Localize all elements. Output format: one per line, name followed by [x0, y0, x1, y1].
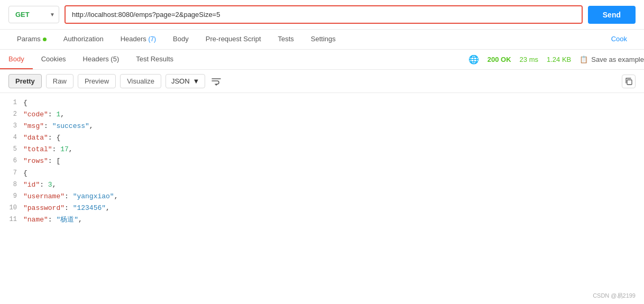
resp-tab-headers[interactable]: Headers (5): [75, 50, 128, 69]
line-number: 4: [4, 132, 23, 143]
json-key: "username": [23, 192, 65, 200]
format-toolbar: Pretty Raw Preview Visualize JSON ▼: [0, 70, 644, 93]
json-line: 1{: [0, 97, 644, 109]
line-number: 3: [4, 121, 23, 131]
view-raw-button[interactable]: Raw: [46, 74, 73, 88]
json-str: "123456": [73, 204, 106, 212]
json-line: 4 "data": {: [0, 132, 644, 144]
method-select[interactable]: GET POST PUT DELETE: [8, 6, 59, 23]
line-content: "username": "yangxiao",: [23, 191, 640, 202]
view-preview-button[interactable]: Preview: [78, 74, 116, 88]
request-tabs: Params Authorization Headers (7) Body Pr…: [0, 30, 644, 50]
format-chevron-icon: ▼: [193, 77, 200, 85]
line-content: "total": 17,: [23, 144, 640, 155]
status-bar: 🌐 200 OK 23 ms 1.24 KB 📋 Save as example: [468, 54, 644, 65]
line-content: "data": {: [23, 132, 640, 144]
json-line: 6 "rows": [: [0, 155, 644, 167]
copy-icon[interactable]: [622, 75, 636, 88]
tab-tests[interactable]: Tests: [270, 30, 302, 49]
format-select[interactable]: JSON ▼: [165, 74, 206, 88]
status-size: 1.24 KB: [547, 56, 571, 63]
json-line: 7 {: [0, 168, 644, 179]
line-content: {: [23, 168, 640, 179]
send-button[interactable]: Send: [588, 6, 636, 24]
json-str: "yangxiao": [73, 192, 114, 200]
line-content: "id": 3,: [23, 179, 640, 191]
json-brace: {: [23, 169, 27, 177]
view-pretty-button[interactable]: Pretty: [8, 74, 42, 88]
json-num: 1: [56, 110, 60, 118]
tab-prerequest[interactable]: Pre-request Script: [197, 30, 270, 49]
json-content: 1{2 "code": 1,3 "msg": "success",4 "data…: [0, 93, 644, 230]
line-number: 1: [4, 97, 23, 108]
globe-icon: 🌐: [468, 54, 479, 65]
json-line: 3 "msg": "success",: [0, 121, 644, 132]
line-number: 6: [4, 155, 23, 166]
save-example-button[interactable]: 📋 Save as example: [579, 56, 644, 63]
tab-params[interactable]: Params: [8, 30, 55, 49]
json-line: 9 "username": "yangxiao",: [0, 191, 644, 202]
resp-tab-testresults[interactable]: Test Results: [127, 50, 182, 69]
json-brace: {: [23, 99, 27, 107]
tab-body[interactable]: Body: [164, 30, 197, 49]
line-content: "code": 1,: [23, 109, 640, 121]
json-str: "success": [52, 122, 89, 130]
method-select-wrapper: GET POST PUT DELETE ▼: [8, 6, 59, 23]
json-key: "data": [23, 134, 48, 142]
line-number: 2: [4, 109, 23, 119]
save-icon: 📋: [579, 56, 588, 63]
tab-headers[interactable]: Headers (7): [112, 30, 164, 49]
line-content: "rows": [: [23, 155, 640, 167]
format-label: JSON: [171, 77, 190, 85]
json-line: 2 "code": 1,: [0, 109, 644, 121]
url-input-wrapper: [65, 5, 583, 24]
tab-cookies-req[interactable]: Cook: [603, 30, 636, 49]
wrap-icon[interactable]: [209, 75, 223, 88]
line-number: 5: [4, 144, 23, 154]
line-number: 10: [4, 202, 23, 213]
json-line: 11 "name": "杨道",: [0, 214, 644, 226]
line-number: 11: [4, 214, 23, 225]
view-visualize-button[interactable]: Visualize: [120, 74, 161, 88]
response-tabs-row: Body Cookies Headers (5) Test Results 🌐 …: [0, 50, 644, 70]
line-number: 8: [4, 179, 23, 190]
line-number: 7: [4, 168, 23, 178]
status-time: 23 ms: [520, 56, 538, 63]
tab-authorization[interactable]: Authorization: [55, 30, 112, 49]
params-badge: [43, 38, 47, 41]
svg-rect-0: [627, 80, 632, 85]
headers-count: (7): [148, 35, 156, 43]
json-key: "total": [23, 145, 52, 153]
json-key: "code": [23, 110, 48, 118]
json-line: 8 "id": 3,: [0, 179, 644, 191]
resp-tab-cookies[interactable]: Cookies: [33, 50, 75, 69]
save-example-label: Save as example: [591, 56, 644, 63]
url-bar-section: GET POST PUT DELETE ▼ Send: [0, 0, 644, 30]
url-input[interactable]: [66, 6, 582, 23]
json-key: "name": [23, 216, 48, 224]
line-content: "name": "杨道",: [23, 214, 640, 226]
json-line: 10 "password": "123456",: [0, 202, 644, 214]
status-ok: 200 OK: [487, 56, 511, 63]
json-num: 3: [48, 181, 52, 189]
json-str: "杨道": [56, 216, 78, 224]
json-num: 17: [60, 145, 69, 153]
json-key: "msg": [23, 122, 44, 130]
line-content: {: [23, 97, 640, 109]
json-line: 5 "total": 17,: [0, 144, 644, 155]
resp-tab-body[interactable]: Body: [0, 50, 33, 69]
tab-settings[interactable]: Settings: [302, 30, 344, 49]
line-number: 9: [4, 191, 23, 201]
line-content: "msg": "success",: [23, 121, 640, 132]
line-content: "password": "123456",: [23, 202, 640, 214]
json-key: "id": [23, 181, 40, 189]
json-key: "rows": [23, 157, 48, 165]
json-key: "password": [23, 204, 65, 212]
